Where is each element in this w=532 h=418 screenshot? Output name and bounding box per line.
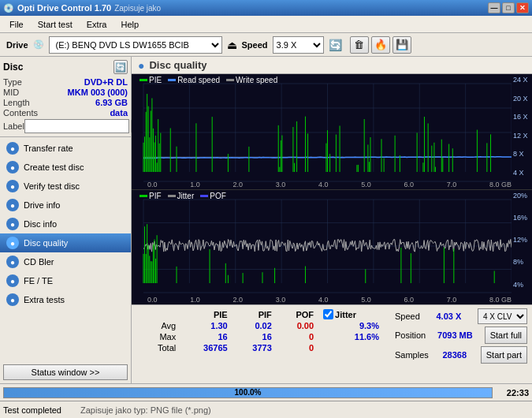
chart1-y3: 12 X bbox=[513, 132, 530, 140]
nav-label-create-test-disc: Create test disc bbox=[24, 162, 84, 172]
disc-label-row: Label ⚙ bbox=[3, 119, 128, 133]
main-layout: Disc 🔄 Type DVD+R DL MID MKM 003 (000) L… bbox=[0, 57, 532, 383]
stats-avg-pie: 1.30 bbox=[180, 320, 233, 331]
stats-samples-label: Samples bbox=[395, 350, 429, 360]
content-area: ● Disc quality PIE Read speed bbox=[132, 57, 532, 383]
write-speed-legend: Write speed bbox=[226, 76, 277, 84]
stats-max-pif: 16 bbox=[233, 331, 277, 342]
nav-label-extra-tests: Extra tests bbox=[24, 295, 65, 304]
write-speed-legend-label: Write speed bbox=[236, 76, 277, 84]
stats-right-panel: Speed 4.03 X 4 X CLV Position 7093 MB St… bbox=[390, 305, 532, 383]
drive-icon: 💿 bbox=[33, 39, 44, 50]
window-controls: — □ ✕ bbox=[488, 2, 529, 13]
refresh-icon[interactable]: 🔄 bbox=[329, 39, 342, 51]
stats-max-pie: 16 bbox=[180, 331, 233, 342]
nav-label-verify-test-disc: Verify test disc bbox=[24, 181, 80, 191]
chart2-y3: 12% bbox=[513, 236, 530, 244]
stats-position-value: 7093 MB bbox=[437, 330, 473, 340]
maximize-button[interactable]: □ bbox=[502, 2, 515, 13]
sidebar-item-fe-te[interactable]: ● FE / TE bbox=[0, 271, 131, 290]
extra-tests-icon: ● bbox=[6, 293, 19, 306]
disc-quality-icon: ● bbox=[6, 237, 19, 249]
erase-button[interactable]: 🗑 bbox=[350, 36, 369, 54]
stats-total-row: Total 36765 3773 0 bbox=[138, 342, 384, 353]
start-full-button[interactable]: Start full bbox=[485, 327, 527, 344]
stats-header-empty bbox=[138, 308, 180, 320]
pof-legend: POF bbox=[200, 192, 226, 200]
clv-speed-select[interactable]: 4 X CLV bbox=[478, 308, 527, 324]
disc-label-input[interactable] bbox=[24, 119, 129, 133]
title-bar-title: 💿 Opti Drive Control 1.70 Zapisuje jako bbox=[3, 3, 161, 13]
stats-max-jitter: 11.6% bbox=[318, 331, 384, 342]
disc-section-title: Disc bbox=[3, 62, 23, 73]
drive-select[interactable]: (E:) BENQ DVD LS DW1655 BCIB bbox=[49, 36, 222, 54]
pof-legend-dot bbox=[200, 195, 208, 197]
sidebar-item-disc-quality[interactable]: ● Disc quality bbox=[0, 233, 131, 252]
jitter-checkbox-row: Jitter bbox=[323, 309, 379, 319]
stats-total-pie: 36765 bbox=[180, 342, 233, 353]
disc-mid-value: MKM 003 (000) bbox=[68, 88, 128, 97]
disc-refresh-button[interactable]: 🔄 bbox=[113, 60, 128, 74]
status-text: Test completed bbox=[3, 405, 61, 415]
stats-total-label: Total bbox=[138, 342, 180, 353]
read-speed-legend: Read speed bbox=[168, 76, 220, 84]
status-window-button[interactable]: Status window >> bbox=[3, 364, 128, 380]
eject-button[interactable]: ⏏ bbox=[227, 39, 237, 51]
sidebar-item-disc-info[interactable]: ● Disc info bbox=[0, 215, 131, 233]
menu-help[interactable]: Help bbox=[114, 18, 145, 31]
drive-info-icon: ● bbox=[6, 199, 19, 211]
save-button[interactable]: 💾 bbox=[392, 36, 411, 54]
nav-list: ● Transfer rate ● Create test disc ● Ver… bbox=[0, 137, 131, 361]
disc-contents-label: Contents bbox=[3, 108, 38, 118]
burn-button[interactable]: 🔥 bbox=[371, 36, 390, 54]
chart2-canvas bbox=[132, 190, 512, 294]
read-speed-legend-label: Read speed bbox=[177, 76, 220, 84]
disc-mid-label: MID bbox=[3, 88, 19, 97]
menu-start-test[interactable]: Start test bbox=[32, 18, 79, 31]
menu-file[interactable]: File bbox=[3, 18, 30, 31]
sidebar-item-cd-bler[interactable]: ● CD Bler bbox=[0, 252, 131, 271]
stats-avg-pif: 0.02 bbox=[233, 320, 277, 331]
chart2-y4: 16% bbox=[513, 214, 530, 222]
sidebar-item-create-test-disc[interactable]: ● Create test disc bbox=[0, 158, 131, 177]
disc-type-row: Type DVD+R DL bbox=[3, 77, 128, 87]
stats-total-pof: 0 bbox=[277, 342, 318, 353]
close-button[interactable]: ✕ bbox=[516, 2, 529, 13]
jitter-legend-label: Jitter bbox=[177, 192, 195, 200]
sidebar-item-verify-test-disc[interactable]: ● Verify test disc bbox=[0, 177, 131, 196]
menu-bar: File Start test Extra Help bbox=[0, 16, 532, 33]
jitter-checkbox[interactable] bbox=[323, 309, 333, 319]
chart1-y1: 4 X bbox=[513, 169, 530, 177]
disc-section: Disc 🔄 Type DVD+R DL MID MKM 003 (000) L… bbox=[0, 57, 131, 137]
speed-select[interactable]: 3.9 X bbox=[273, 36, 324, 54]
nav-label-transfer-rate: Transfer rate bbox=[24, 144, 73, 153]
disc-contents-value: data bbox=[110, 108, 128, 118]
pif-legend-dot bbox=[140, 195, 147, 197]
drive-label: Drive bbox=[6, 40, 28, 50]
stats-table: PIE PIF POF Jitter bbox=[132, 305, 390, 383]
stats-header-pof: POF bbox=[277, 308, 318, 320]
stats-speed-label: Speed bbox=[395, 312, 420, 321]
stats-total-pif: 3773 bbox=[233, 342, 277, 353]
pif-legend-label: PIF bbox=[149, 192, 162, 200]
nav-label-disc-info: Disc info bbox=[24, 219, 57, 229]
chart2-y1: 4% bbox=[513, 281, 530, 289]
menu-extra[interactable]: Extra bbox=[80, 18, 113, 31]
stats-header-pif: PIF bbox=[233, 308, 277, 320]
stats-position-label: Position bbox=[395, 330, 426, 340]
sidebar-item-drive-info[interactable]: ● Drive info bbox=[0, 196, 131, 215]
stats-max-label: Max bbox=[138, 331, 180, 342]
sidebar-item-extra-tests[interactable]: ● Extra tests bbox=[0, 290, 131, 309]
stats-position-row: Position 7093 MB Start full bbox=[395, 327, 527, 344]
disc-contents-row: Contents data bbox=[3, 108, 128, 118]
minimize-button[interactable]: — bbox=[488, 2, 500, 13]
read-speed-legend-dot bbox=[168, 79, 176, 81]
disc-label-label: Label bbox=[3, 121, 24, 131]
start-part-button[interactable]: Start part bbox=[481, 346, 527, 364]
sidebar-item-transfer-rate[interactable]: ● Transfer rate bbox=[0, 139, 131, 158]
cd-bler-icon: ● bbox=[6, 256, 19, 268]
stats-max-pof: 0 bbox=[277, 331, 318, 342]
chart1-legend: PIE Read speed Write speed bbox=[140, 76, 277, 84]
chart1-y4: 16 X bbox=[513, 113, 530, 121]
jitter-label: Jitter bbox=[335, 310, 356, 319]
